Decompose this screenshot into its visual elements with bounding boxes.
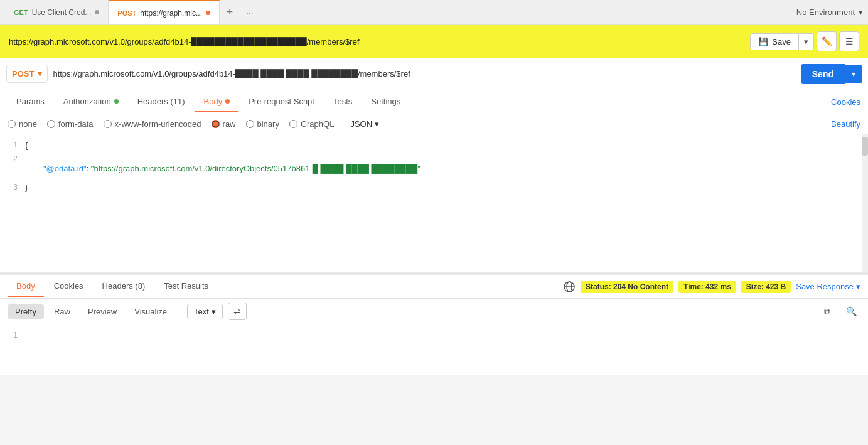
response-size-badge: Size: 423 B: [741, 281, 791, 293]
tab-tests[interactable]: Tests: [324, 92, 361, 112]
globe-icon: [563, 281, 576, 293]
tab-add-button[interactable]: +: [220, 0, 240, 24]
send-chevron-icon: ▾: [852, 70, 855, 78]
body-type-urlencoded[interactable]: x-www-form-urlencoded: [104, 119, 201, 129]
tab-authorization[interactable]: Authorization: [55, 92, 127, 112]
body-type-raw-radio[interactable]: [212, 120, 220, 128]
wrap-text-button[interactable]: ⇌: [228, 303, 247, 320]
env-chevron-icon: ▾: [859, 8, 863, 17]
tab-settings-label: Settings: [371, 97, 400, 106]
json-format-select[interactable]: JSON ▾: [350, 119, 379, 129]
tab-tests-label: Tests: [333, 97, 352, 106]
line-content-3: }: [25, 183, 868, 192]
edit-icon: ✏️: [822, 36, 832, 46]
search-icon: 🔍: [846, 306, 857, 316]
tab-add-icon: +: [227, 6, 233, 19]
tab-headers[interactable]: Headers (11): [129, 92, 194, 112]
tab-dot-get: [95, 10, 99, 14]
response-tab-headers[interactable]: Headers (8): [94, 276, 154, 297]
send-dropdown-button[interactable]: ▾: [845, 65, 862, 83]
save-icon: 💾: [758, 37, 768, 46]
body-type-raw[interactable]: raw: [212, 119, 236, 129]
body-type-none[interactable]: none: [8, 119, 37, 129]
tab-get[interactable]: GET Use Client Cred...: [5, 0, 109, 24]
body-type-raw-label: raw: [223, 119, 236, 129]
editor-scrollbar[interactable]: [862, 134, 868, 272]
response-content: 1: [0, 324, 868, 375]
format-pretty-button[interactable]: Pretty: [8, 304, 44, 319]
edit-button[interactable]: ✏️: [817, 31, 837, 51]
tab-method-get: GET: [14, 9, 28, 16]
response-line-num-1: 1: [0, 331, 25, 340]
editor-scrollbar-thumb: [862, 137, 868, 156]
format-preview-button[interactable]: Preview: [80, 304, 124, 319]
body-type-graphql[interactable]: GraphQL: [289, 119, 334, 129]
env-selector[interactable]: No Environment ▾: [796, 8, 863, 17]
env-label: No Environment: [796, 8, 855, 17]
code-line-3: 3 }: [0, 183, 868, 196]
method-select[interactable]: POST ▾: [6, 65, 48, 83]
tab-label-post: https://graph.mic...: [140, 9, 202, 18]
body-type-binary[interactable]: binary: [246, 119, 279, 129]
comment-icon: ☰: [845, 36, 854, 46]
body-type-formdata-radio[interactable]: [47, 120, 55, 128]
tab-params[interactable]: Params: [8, 92, 53, 112]
line-num-2: 2: [0, 154, 25, 163]
code-line-1: 1 {: [0, 141, 868, 154]
method-label: POST: [12, 69, 34, 78]
copy-icon: ⧉: [824, 306, 830, 317]
tab-body[interactable]: Body: [195, 92, 239, 112]
url-input[interactable]: [53, 69, 795, 78]
body-type-urlencoded-radio[interactable]: [104, 120, 112, 128]
comment-button[interactable]: ☰: [839, 31, 859, 51]
env-area: No Environment ▾: [796, 8, 863, 17]
tab-settings[interactable]: Settings: [362, 92, 409, 112]
response-status-area: Status: 204 No Content Time: 432 ms Size…: [563, 281, 860, 293]
response-tab-body[interactable]: Body: [8, 276, 44, 297]
response-tab-test-results-label: Test Results: [164, 281, 208, 291]
body-type-graphql-radio[interactable]: [289, 120, 297, 128]
cookies-link[interactable]: Cookies: [831, 97, 860, 107]
line-content-1: {: [25, 141, 868, 150]
url-highlight-bar: https://graph.microsoft.com/v1.0/groups/…: [0, 25, 868, 58]
tab-label-get: Use Client Cred...: [32, 8, 92, 17]
copy-response-button[interactable]: ⧉: [818, 303, 837, 320]
save-button[interactable]: 💾 Save: [751, 34, 799, 50]
response-tabs-bar: Body Cookies Headers (8) Test Results St…: [0, 275, 868, 299]
tab-bar: GET Use Client Cred... POST https://grap…: [0, 0, 868, 25]
response-tab-body-label: Body: [16, 281, 35, 291]
tab-method-post: POST: [117, 9, 136, 17]
send-button[interactable]: Send: [801, 64, 845, 84]
save-response-button[interactable]: Save Response ▾: [796, 282, 860, 291]
tab-prerequest[interactable]: Pre-request Script: [240, 92, 323, 112]
save-response-label: Save Response: [796, 282, 854, 291]
beautify-button[interactable]: Beautify: [831, 119, 860, 129]
response-text-select[interactable]: Text ▾: [187, 304, 223, 319]
format-visualize-button[interactable]: Visualize: [127, 304, 174, 319]
format-raw-button[interactable]: Raw: [46, 304, 78, 319]
response-tab-cookies[interactable]: Cookies: [45, 276, 92, 297]
tab-overflow-button[interactable]: ···: [240, 8, 260, 18]
authorization-indicator: [114, 99, 119, 104]
body-type-none-radio[interactable]: [8, 120, 16, 128]
response-time-badge: Time: 432 ms: [678, 281, 736, 293]
json-format-label: JSON: [350, 119, 372, 129]
body-type-binary-radio[interactable]: [246, 120, 254, 128]
response-tab-cookies-label: Cookies: [54, 281, 83, 291]
save-dropdown-button[interactable]: ▾: [799, 34, 813, 50]
response-text-chevron-icon: ▾: [212, 307, 216, 316]
request-tabs-nav: Params Authorization Headers (11) Body P…: [0, 90, 868, 114]
line-content-2: "@odata.id": "https://graph.microsoft.co…: [25, 154, 868, 183]
code-line-2: 2 "@odata.id": "https://graph.microsoft.…: [0, 154, 868, 183]
tab-post[interactable]: POST https://graph.mic...: [109, 0, 220, 24]
request-row: POST ▾ Send ▾: [0, 58, 868, 90]
body-type-formdata[interactable]: form-data: [47, 119, 94, 129]
response-tab-test-results[interactable]: Test Results: [155, 276, 217, 297]
url-bar-actions: 💾 Save ▾ ✏️ ☰: [750, 31, 859, 51]
line-num-1: 1: [0, 141, 25, 149]
search-response-button[interactable]: 🔍: [842, 303, 860, 320]
code-editor: 1 { 2 "@odata.id": "https://graph.micros…: [0, 134, 868, 272]
line-num-3: 3: [0, 183, 25, 191]
response-line-1: 1: [0, 331, 868, 345]
tab-prerequest-label: Pre-request Script: [249, 97, 314, 106]
